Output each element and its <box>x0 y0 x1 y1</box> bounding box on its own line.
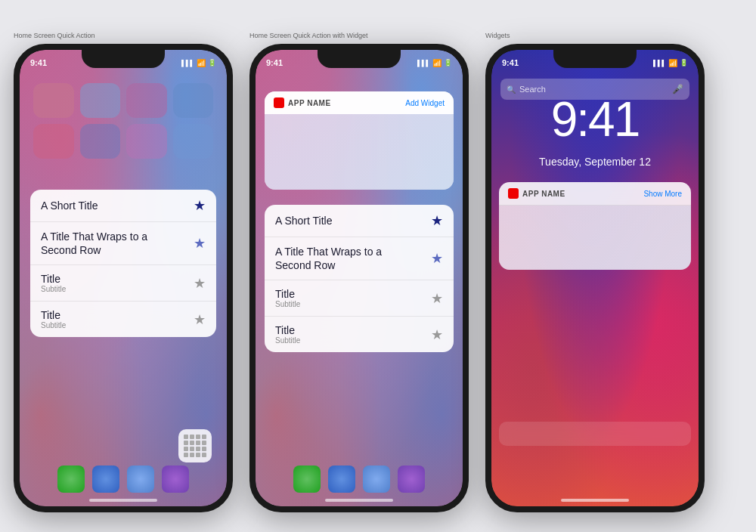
phone2-home-indicator <box>325 499 393 502</box>
app-icon <box>33 83 74 118</box>
phone2-app-icon <box>274 97 284 108</box>
phone2-status-icons: ▌▌▌ 📶 🔋 <box>417 59 452 67</box>
phone2-qa-item-3-content: Title Subtitle <box>275 288 300 308</box>
phone3-notification-bar <box>499 422 691 446</box>
phone3-app-icon <box>508 188 519 199</box>
qa-item-3[interactable]: Title Subtitle ★ <box>30 265 216 302</box>
qa-item-4-star: ★ <box>194 311 206 328</box>
grid-dot <box>202 441 206 445</box>
phone2-container: Home Screen Quick Action with Widget 9:4… <box>249 32 469 512</box>
dock-icon-blue1[interactable] <box>328 466 355 493</box>
phone3-widget-content <box>499 206 691 270</box>
grid-dot <box>190 441 194 445</box>
phone3-screen: 9:41 ▌▌▌ 📶 🔋 🔍 Search 🎤 9 <box>491 50 699 506</box>
phone2-qa-item-3-subtitle: Subtitle <box>275 300 300 308</box>
grid-dot <box>196 453 200 457</box>
phone2-qa-item-4[interactable]: Title Subtitle ★ <box>265 317 454 352</box>
caption-phone2: Home Screen Quick Action with Widget <box>249 32 368 39</box>
phone3-widget-header: APP NAME Show More <box>499 182 691 206</box>
phone3-container: Widgets 9:41 ▌▌▌ 📶 🔋 <box>485 32 705 512</box>
phone2: 9:41 ▌▌▌ 📶 🔋 APP NAME <box>249 44 469 512</box>
phone1-screen: 9:41 ▌▌▌ 📶 🔋 <box>20 50 227 506</box>
grid-icon <box>184 435 206 457</box>
app-icon <box>173 83 214 118</box>
signal-icon: ▌▌▌ <box>181 60 194 66</box>
phone2-add-widget-btn[interactable]: Add Widget <box>405 99 445 107</box>
qa-item-1-title: A Short Title <box>41 200 98 212</box>
lock-screen-time: 9:41 <box>491 91 699 147</box>
caption-phone3: Widgets <box>485 32 510 39</box>
battery-icon: 🔋 <box>444 59 452 66</box>
phone2-qa-item-3-star: ★ <box>431 290 443 307</box>
qa-item-4-subtitle: Subtitle <box>41 321 66 329</box>
phone2-widget-card: APP NAME Add Widget <box>265 91 454 190</box>
lock-screen-date: Tuesday, September 12 <box>491 156 699 168</box>
phone2-qa-item-4-content: Title Subtitle <box>275 324 300 345</box>
phone2-widget-content <box>265 114 454 190</box>
grid-dot <box>190 453 194 457</box>
caption-phone1: Home Screen Quick Action <box>14 32 95 39</box>
wifi-icon: 📶 <box>668 59 677 67</box>
phone2-app-name: APP NAME <box>288 99 331 107</box>
grid-dot <box>202 435 206 439</box>
qa-item-3-content: Title Subtitle <box>41 273 66 293</box>
phone2-qa-item-2[interactable]: A Title That Wraps to a Second Row ★ <box>265 237 454 280</box>
phone2-qa-item-1-star: ★ <box>431 212 443 229</box>
qa-item-1[interactable]: A Short Title ★ <box>30 190 216 222</box>
phone2-qa-item-3-title: Title <box>275 288 300 300</box>
phone2-dock <box>256 458 463 500</box>
phone3-widget-card: APP NAME Show More <box>499 182 691 270</box>
battery-icon: 🔋 <box>208 59 216 66</box>
grid-dot <box>202 453 206 457</box>
dock-icon-blue1[interactable] <box>92 466 119 493</box>
qa-item-1-star: ★ <box>194 197 206 214</box>
phone1-container: Home Screen Quick Action 9:41 ▌▌▌ 📶 🔋 <box>14 32 233 512</box>
phone3-widget-app-info: APP NAME <box>508 188 565 199</box>
phone1-quick-action-menu: A Short Title ★ A Title That Wraps to a … <box>30 190 216 337</box>
dock-icon-green[interactable] <box>57 466 85 493</box>
grid-dot <box>184 441 188 445</box>
phone2-qa-item-3[interactable]: Title Subtitle ★ <box>265 280 454 317</box>
app-icon <box>80 83 121 118</box>
phone2-qa-item-4-title: Title <box>275 324 300 336</box>
phone2-qa-item-1-title: A Short Title <box>275 215 332 227</box>
phone1-dock <box>20 458 227 500</box>
phone2-screen: 9:41 ▌▌▌ 📶 🔋 APP NAME <box>256 50 463 506</box>
battery-icon: 🔋 <box>680 59 688 66</box>
grid-dot <box>202 447 206 451</box>
grid-dot <box>196 447 200 451</box>
grid-dot <box>196 435 200 439</box>
phone3-notch <box>553 50 637 68</box>
phone1: 9:41 ▌▌▌ 📶 🔋 <box>14 44 233 512</box>
qa-item-3-subtitle: Subtitle <box>41 285 66 293</box>
qa-item-2[interactable]: A Title That Wraps to a Second Row ★ <box>30 222 216 265</box>
grid-dot <box>184 453 188 457</box>
phone2-qa-item-4-subtitle: Subtitle <box>275 336 300 345</box>
dock-icon-purple[interactable] <box>398 466 425 493</box>
phone2-notch <box>318 50 401 68</box>
signal-icon: ▌▌▌ <box>653 60 666 66</box>
grid-dot <box>184 447 188 451</box>
qa-item-4[interactable]: Title Subtitle ★ <box>30 302 216 337</box>
phone2-quick-action-menu: A Short Title ★ A Title That Wraps to a … <box>265 205 454 352</box>
app-icon <box>173 124 214 159</box>
dock-icon-purple[interactable] <box>162 466 189 493</box>
dock-icon-blue2[interactable] <box>363 466 390 493</box>
qa-item-2-star: ★ <box>194 235 206 252</box>
qa-item-4-title: Title <box>41 309 66 321</box>
phone1-app-grid <box>27 77 219 165</box>
phone2-widget-header: APP NAME Add Widget <box>265 91 454 114</box>
qa-item-3-title: Title <box>41 273 66 285</box>
dock-icon-blue2[interactable] <box>127 466 154 493</box>
phone1-notch <box>82 50 165 68</box>
phone3-app-name: APP NAME <box>522 190 565 198</box>
dock-icon-green[interactable] <box>293 466 321 493</box>
phone1-time: 9:41 <box>30 58 47 67</box>
signal-icon: ▌▌▌ <box>417 60 430 66</box>
qa-item-3-star: ★ <box>194 275 206 292</box>
phone2-time: 9:41 <box>266 58 283 67</box>
app-icon <box>80 124 121 159</box>
phone2-qa-item-1[interactable]: A Short Title ★ <box>265 205 454 237</box>
phone3-time: 9:41 <box>502 58 519 67</box>
phone3-show-more-btn[interactable]: Show More <box>643 190 682 198</box>
